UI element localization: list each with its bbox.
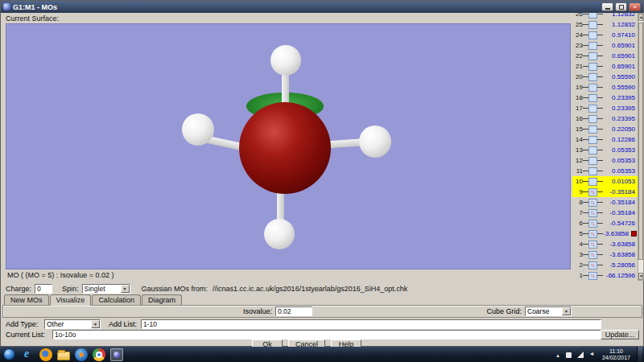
- mo-row[interactable]: 120.05353: [572, 155, 638, 166]
- mo-occupancy-box[interactable]: [588, 42, 597, 50]
- mo-occupancy-box[interactable]: ↑↓: [588, 261, 597, 269]
- mo-level-line: [583, 233, 588, 234]
- mo-occupancy-box[interactable]: [588, 146, 597, 154]
- minimize-button[interactable]: [601, 2, 613, 11]
- mo-occupancy-box[interactable]: [588, 94, 597, 102]
- chrome-icon[interactable]: [93, 348, 105, 361]
- mo-energy-value: -0.54726: [603, 220, 638, 227]
- tab-new-mos[interactable]: New MOs: [4, 294, 49, 305]
- mo-row[interactable]: 160.23395: [572, 113, 638, 124]
- mo-list-scrollbar[interactable]: ▲ ▼: [638, 13, 644, 281]
- tab-calculation[interactable]: Calculation: [92, 294, 141, 305]
- taskbar-clock[interactable]: 11:10 24/02/2017: [599, 348, 634, 361]
- mo-row[interactable]: 100.01053: [572, 176, 638, 187]
- clock-time: 11:10: [602, 348, 630, 355]
- scroll-up-icon[interactable]: ▲: [638, 14, 643, 21]
- close-button[interactable]: ×: [629, 2, 641, 11]
- mo-energy-value: -3.63858: [603, 251, 638, 258]
- mo-row[interactable]: 5↑↓-3.63858: [572, 228, 638, 239]
- mo-level-line: [597, 14, 603, 14]
- mo-occupancy-box[interactable]: [588, 105, 597, 113]
- hydrogen-atom-bottom: [264, 219, 295, 249]
- scroll-down-icon[interactable]: ▼: [638, 273, 643, 280]
- tab-diagram[interactable]: Diagram: [142, 294, 182, 305]
- mo-row[interactable]: 7↑↓-0.35184: [572, 208, 638, 218]
- mo-occupancy-box[interactable]: [588, 157, 597, 165]
- mo-row[interactable]: 180.23395: [572, 93, 638, 103]
- mo-occupancy-box[interactable]: [588, 136, 597, 144]
- mo-occupancy-box[interactable]: [588, 73, 597, 81]
- mo-occupancy-box[interactable]: [588, 125, 597, 134]
- mo-occupancy-box[interactable]: [588, 63, 597, 71]
- show-desktop-button[interactable]: [637, 347, 642, 362]
- mo-occupancy-box[interactable]: ↑↓: [588, 188, 597, 196]
- mo-number: 18: [572, 94, 583, 101]
- mo-occupancy-box[interactable]: ↑↓: [588, 199, 597, 207]
- mo-row[interactable]: 200.55590: [572, 72, 638, 82]
- electron-pair-icon: ↑↓: [591, 231, 595, 237]
- isovalue-input[interactable]: [275, 306, 312, 316]
- network-icon[interactable]: [576, 350, 584, 360]
- cube-grid-dropdown[interactable]: Coarse ▼: [525, 306, 572, 316]
- mo-occupancy-box[interactable]: ↑↓: [588, 220, 597, 228]
- mo-occupancy-box[interactable]: [588, 52, 597, 60]
- current-surface-label: Current Surface:: [6, 14, 59, 23]
- mo-row[interactable]: 150.22050: [572, 124, 638, 134]
- mo-occupancy-box[interactable]: [588, 21, 597, 29]
- mo-occupancy-box[interactable]: [588, 178, 597, 186]
- electron-pair-icon: ↑↓: [591, 252, 595, 258]
- mo-row[interactable]: 170.23395: [572, 103, 638, 113]
- tab-visualize[interactable]: Visualize: [50, 294, 92, 306]
- mo-row[interactable]: 240.97410: [572, 30, 638, 40]
- volume-icon[interactable]: [588, 350, 596, 360]
- mo-number: 3: [572, 251, 583, 258]
- mo-row[interactable]: 1↑↓-66.12596: [572, 270, 638, 281]
- firefox-icon[interactable]: [39, 348, 52, 361]
- molecule-viewport[interactable]: [6, 23, 571, 269]
- hidden-icons-icon[interactable]: [554, 350, 562, 360]
- mo-row[interactable]: 3↑↓-3.63858: [572, 249, 638, 260]
- start-button[interactable]: [3, 348, 15, 360]
- mo-occupancy-box[interactable]: [588, 167, 597, 175]
- mo-level-line: [583, 171, 588, 171]
- maximize-button[interactable]: [615, 2, 627, 11]
- mo-row[interactable]: 110.05353: [572, 166, 638, 176]
- mo-row[interactable]: 261.12832: [572, 13, 638, 19]
- mo-row[interactable]: 220.65901: [572, 51, 638, 61]
- charge-input[interactable]: [35, 284, 52, 294]
- gaussview-icon[interactable]: [110, 348, 123, 361]
- mo-row[interactable]: 8↑↓-0.35184: [572, 197, 638, 208]
- scrollbar-thumb[interactable]: [638, 23, 643, 260]
- mo-row[interactable]: 230.65901: [572, 40, 638, 51]
- mo-number: 15: [572, 125, 583, 133]
- mo-row[interactable]: 190.55590: [572, 82, 638, 93]
- mo-row[interactable]: 140.12286: [572, 134, 638, 145]
- mo-level-line: [597, 56, 603, 56]
- mo-occupancy-box[interactable]: ↑↓: [588, 251, 597, 259]
- window-titlebar[interactable]: G1:M1 - MOs ×: [1, 1, 643, 13]
- mo-occupancy-box[interactable]: [588, 84, 597, 92]
- mo-row[interactable]: 6↑↓-0.54726: [572, 218, 638, 228]
- action-center-icon[interactable]: [565, 350, 573, 360]
- folder-icon[interactable]: [57, 352, 70, 360]
- add-list-input[interactable]: [141, 319, 601, 329]
- mo-row[interactable]: 251.12832: [572, 19, 638, 30]
- internet-explorer-icon[interactable]: [22, 348, 35, 361]
- mo-row[interactable]: 2↑↓-5.28056: [572, 260, 638, 270]
- mo-row[interactable]: 4↑↓-3.63858: [572, 239, 638, 249]
- mo-occupancy-box[interactable]: [588, 13, 597, 19]
- mo-occupancy-box[interactable]: [588, 31, 597, 39]
- mo-occupancy-box[interactable]: ↑↓: [588, 230, 597, 238]
- mo-row[interactable]: 210.65901: [572, 61, 638, 72]
- add-type-dropdown[interactable]: Other ▼: [44, 319, 101, 329]
- mo-occupancy-box[interactable]: ↑↓: [588, 209, 597, 217]
- mo-row[interactable]: 9↑↓-0.35184: [572, 187, 638, 197]
- mo-occupancy-box[interactable]: ↑↓: [588, 241, 597, 249]
- mo-occupancy-box[interactable]: ↑↓: [588, 272, 597, 280]
- update-button[interactable]: Update...: [601, 330, 639, 339]
- mo-occupancy-box[interactable]: [588, 115, 597, 123]
- mo-row[interactable]: 130.05353: [572, 145, 638, 155]
- media-player-icon[interactable]: [75, 348, 88, 361]
- spin-dropdown[interactable]: Singlet ▼: [82, 284, 130, 294]
- current-list-input[interactable]: [52, 330, 601, 339]
